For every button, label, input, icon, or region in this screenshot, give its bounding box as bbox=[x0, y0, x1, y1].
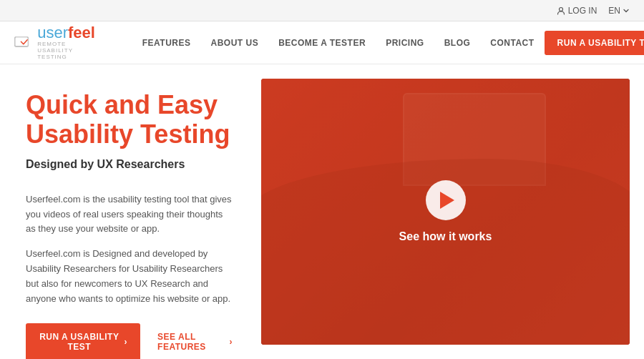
nav-item-features[interactable]: FEATURES bbox=[132, 38, 201, 48]
login-label: LOG IN bbox=[568, 6, 597, 16]
cta-row: RUN A USABILITY TEST › SEE ALL FEATURES … bbox=[26, 323, 233, 359]
hero-desc2: Userfeel.com is Designed and developed b… bbox=[26, 247, 233, 306]
lang-label: EN bbox=[608, 6, 620, 16]
svg-point-0 bbox=[559, 7, 562, 11]
main-nav: FEATURES ABOUT US BECOME A TESTER PRICIN… bbox=[132, 38, 545, 48]
language-selector[interactable]: EN bbox=[608, 6, 630, 16]
nav-item-contact[interactable]: CONTACT bbox=[480, 38, 544, 48]
logo-user: user bbox=[37, 24, 68, 41]
run-test-button[interactable]: RUN A USABILITY TEST › bbox=[26, 323, 140, 359]
header: userfeel REMOTE USABILITY TESTING FEATUR… bbox=[0, 21, 644, 64]
nav-item-blog[interactable]: BLOG bbox=[434, 38, 481, 48]
chevron-down-icon bbox=[623, 7, 630, 14]
logo-icon bbox=[14, 32, 31, 52]
logo-text: userfeel REMOTE USABILITY TESTING bbox=[37, 24, 104, 61]
hero-desc1: Userfeel.com is the usability testing to… bbox=[26, 192, 233, 237]
logo-feel: feel bbox=[68, 24, 95, 41]
video-overlay: See how it works bbox=[261, 79, 630, 345]
hero-headline: Quick and Easy Usability Testing bbox=[26, 90, 233, 149]
play-button[interactable] bbox=[426, 180, 466, 220]
user-icon bbox=[557, 6, 565, 15]
see-all-features-link[interactable]: SEE ALL FEATURES › bbox=[157, 332, 233, 352]
nav-cta-button[interactable]: RUN A USABILITY TEST bbox=[545, 31, 644, 55]
nav-item-about[interactable]: ABOUT US bbox=[201, 38, 269, 48]
logo-tagline: REMOTE USABILITY TESTING bbox=[37, 41, 104, 60]
top-bar-right: LOG IN EN bbox=[557, 6, 630, 16]
see-how-label: See how it works bbox=[399, 230, 492, 243]
top-bar: LOG IN EN bbox=[0, 0, 644, 21]
hero-subheadline: Designed by UX Researchers bbox=[26, 158, 233, 171]
nav-item-tester[interactable]: BECOME A TESTER bbox=[268, 38, 376, 48]
hero-left: Quick and Easy Usability Testing Designe… bbox=[0, 64, 254, 359]
main-content: Quick and Easy Usability Testing Designe… bbox=[0, 64, 644, 359]
nav-item-pricing[interactable]: PRICING bbox=[376, 38, 434, 48]
video-section[interactable]: See how it works bbox=[261, 79, 630, 345]
play-icon bbox=[440, 192, 454, 209]
logo[interactable]: userfeel REMOTE USABILITY TESTING bbox=[14, 24, 104, 61]
login-link[interactable]: LOG IN bbox=[557, 6, 597, 16]
